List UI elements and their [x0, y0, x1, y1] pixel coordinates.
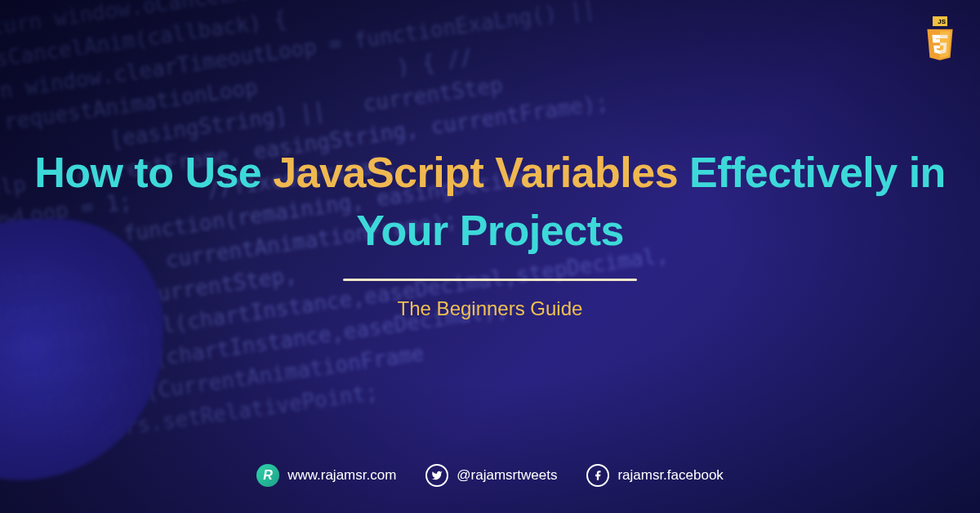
facebook-icon — [586, 464, 609, 487]
tech-badge: JS — [920, 16, 960, 62]
page-title: How to Use JavaScript Variables Effectiv… — [33, 144, 947, 258]
js-icon: JS — [933, 16, 947, 26]
twitter-icon — [425, 464, 448, 487]
website-text: www.rajamsr.com — [287, 467, 396, 484]
r-logo-icon: R — [256, 464, 279, 487]
facebook-link[interactable]: rajamsr.facebook — [586, 464, 723, 487]
title-divider — [343, 279, 637, 281]
main-content: How to Use JavaScript Variables Effectiv… — [0, 144, 980, 368]
website-link[interactable]: R www.rajamsr.com — [256, 464, 396, 487]
banner-hero: canceLAna return window.oCanceLAna windo… — [0, 0, 980, 513]
title-highlight: JavaScript Variables — [273, 149, 678, 196]
twitter-link[interactable]: @rajamsrtweets — [425, 464, 557, 487]
twitter-text: @rajamsrtweets — [457, 467, 557, 484]
title-part-1: How to Use — [34, 149, 273, 196]
social-links: R www.rajamsr.com @rajamsrtweets rajamsr… — [0, 464, 980, 487]
subtitle: The Beginners Guide — [33, 297, 947, 320]
html5-icon — [922, 28, 958, 62]
facebook-text: rajamsr.facebook — [617, 467, 723, 484]
